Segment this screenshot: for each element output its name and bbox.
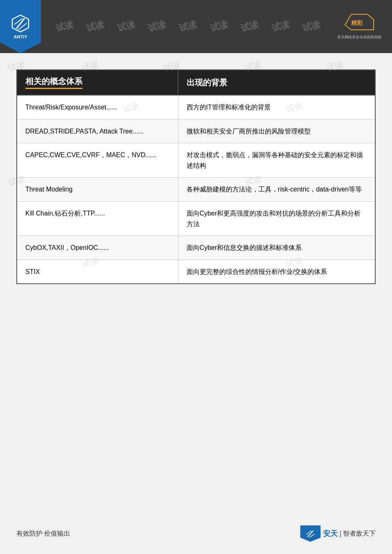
- table-row: CybOX,TAXII，OpenIOC......面向Cyber和信息交换的描述…: [17, 236, 375, 260]
- table-cell-right: 面向Cyber和信息交换的描述和标准体系: [178, 236, 375, 260]
- col2-header: 出现的背景: [178, 70, 375, 95]
- table-cell-right: 各种威胁建模的方法论，工具，risk-centric，data-driven等等: [178, 178, 375, 202]
- right-logo-icon: 精彩: [343, 13, 376, 34]
- watermark-4: 试读: [147, 18, 167, 35]
- header: ANTIY 试读 试读 试读 试读 试读 试读 试读 试读 试读 精彩 安天网络…: [0, 0, 392, 53]
- footer-brand-divider: |: [339, 530, 341, 538]
- watermark-6: 试读: [208, 18, 229, 35]
- table-cell-right: 西方的IT管理和标准化的背景: [178, 95, 375, 119]
- watermark-7: 试读: [239, 18, 260, 35]
- table-cell-left: DREAD,STRIDE,PASTA, Attack Tree......: [17, 119, 178, 143]
- table-cell-left: Threat Modeling: [17, 178, 178, 202]
- footer-logo-icon: [300, 525, 321, 542]
- table-row: DREAD,STRIDE,PASTA, Attack Tree......微软和…: [17, 119, 375, 143]
- footer-logo-svg: [304, 529, 316, 539]
- logo-icon: [10, 14, 31, 33]
- watermark-8: 试读: [270, 18, 290, 35]
- table-cell-left: STIX: [17, 260, 178, 284]
- watermark-1: 试读: [54, 18, 75, 35]
- table-row: CAPEC,CWE,CVE,CVRF，MAEC，NVD......对攻击模式，脆…: [17, 143, 375, 178]
- footer-brand-slogan: 智者敌天下: [343, 530, 376, 538]
- watermark-5: 试读: [178, 18, 198, 35]
- table-row: Threat/Risk/Exposure/Asset......西方的IT管理和…: [17, 95, 375, 119]
- table-cell-right: 面向更完整的综合性的情报分析/作业/交换的体系: [178, 260, 375, 284]
- col1-header: 相关的概念体系: [17, 70, 178, 95]
- header-watermarks: 试读 试读 试读 试读 试读 试读 试读 试读 试读: [41, 20, 335, 33]
- table-cell-left: Kill Chain,钻石分析,TTP......: [17, 201, 178, 236]
- table-cell-left: Threat/Risk/Exposure/Asset......: [17, 95, 178, 119]
- footer: 有效防护 价值输出 安天 | 智者敌天下: [0, 525, 392, 542]
- table-cell-right: 对攻击模式，脆弱点，漏洞等各种基础的安全元素的标定和描述结构: [178, 143, 375, 178]
- table-row: Kill Chain,钻石分析,TTP......面向Cyber和更高强度的攻击…: [17, 201, 375, 236]
- table-cell-left: CybOX,TAXII，OpenIOC......: [17, 236, 178, 260]
- footer-logo: 安天 | 智者敌天下: [300, 525, 376, 542]
- table-cell-left: CAPEC,CWE,CVE,CVRF，MAEC，NVD......: [17, 143, 178, 178]
- table-row: STIX面向更完整的综合性的情报分析/作业/交换的体系: [17, 260, 375, 284]
- concept-table: 相关的概念体系 出现的背景 Threat/Risk/Exposure/Asset…: [16, 69, 376, 284]
- svg-text:精彩: 精彩: [351, 20, 363, 26]
- footer-slogan: 有效防护 价值输出: [16, 530, 70, 538]
- brand-sub: 安天网络安全令训营第四期: [337, 35, 381, 40]
- main-content: 试读 试读 试读 试读 试读 试读 试读 试读 试读 试读 试读 试读 试读 试…: [0, 53, 392, 296]
- svg-line-2: [14, 18, 22, 24]
- watermark-3: 试读: [116, 18, 136, 35]
- watermark-2: 试读: [85, 18, 105, 35]
- footer-brand: 安天 | 智者敌天下: [323, 529, 376, 538]
- header-right-logo: 精彩 安天网络安全令训营第四期: [335, 10, 384, 43]
- table-cell-right: 面向Cyber和更高强度的攻击和对抗的场景的分析工具和分析方法: [178, 201, 375, 236]
- logo-box: ANTIY: [0, 0, 41, 53]
- table-cell-right: 微软和相关安全厂商所推出的风险管理模型: [178, 119, 375, 143]
- watermark-9: 试读: [301, 18, 321, 35]
- footer-brand-antiy: 安天: [323, 529, 338, 538]
- logo-text: ANTIY: [14, 34, 27, 39]
- table-row: Threat Modeling各种威胁建模的方法论，工具，risk-centri…: [17, 178, 375, 202]
